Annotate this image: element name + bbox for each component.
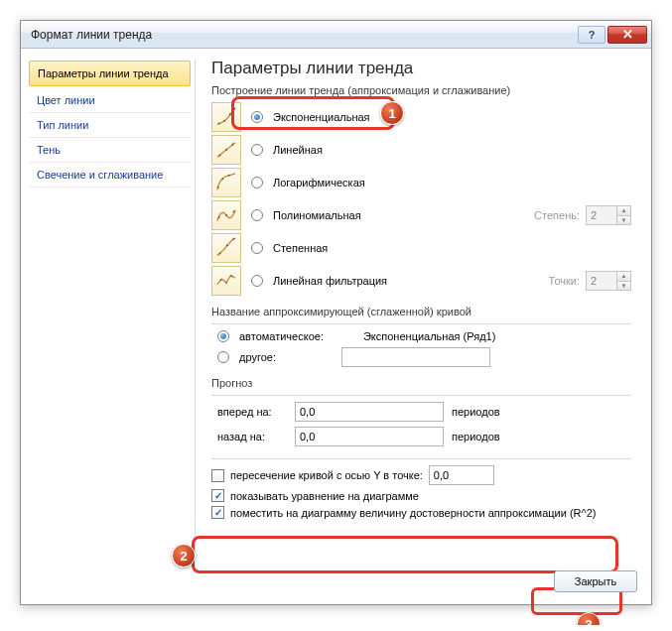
intercept-input[interactable] [429,465,494,485]
linear-icon [211,135,241,165]
radio-exponential[interactable] [251,111,263,123]
annotation-badge-2: 2 [172,544,196,568]
points-input [587,272,616,290]
window-close-button[interactable]: ✕ [607,26,647,44]
polynomial-icon [211,200,241,230]
checkbox-intercept[interactable] [211,469,224,482]
forecast-group: Прогноз вперед на: периодов назад на: пе… [211,377,631,446]
svg-point-12 [225,214,227,216]
checkbox-show-equation[interactable] [211,489,224,502]
spin-down-icon: ▼ [617,282,630,291]
name-auto-label: автоматическое: [239,330,324,342]
back-input[interactable] [295,427,444,446]
svg-point-7 [232,144,234,146]
sidebar-item-label: Тень [37,144,61,156]
sidebar-item-shadow[interactable]: Тень [29,138,191,163]
sidebar-item-label: Цвет линии [37,94,95,106]
show-r2-label: поместить на диаграмму величину достовер… [230,507,596,519]
trend-label: Линейная [273,144,323,156]
help-button[interactable]: ? [578,26,605,44]
degree-input [587,206,616,224]
forward-unit: периодов [452,406,500,418]
main-panel: Параметры линии тренда Построение линии … [196,59,639,559]
radio-power[interactable] [251,242,263,254]
degree-label: Степень: [534,209,580,221]
radio-linear[interactable] [251,144,263,156]
svg-point-2 [229,113,231,115]
svg-point-8 [217,187,219,189]
close-button[interactable]: Закрыть [554,570,637,592]
trend-power[interactable]: Степенная [211,233,631,263]
svg-point-18 [225,282,227,284]
close-button-label: Закрыть [575,575,616,587]
trend-moving-average[interactable]: Линейная фильтрация Точки: ▲▼ [211,266,631,296]
logarithmic-icon [211,168,241,197]
trend-exponential[interactable]: Экспоненциальная [211,102,631,132]
sidebar-item-label: Параметры линии тренда [38,67,169,79]
svg-point-17 [220,279,222,281]
svg-point-14 [219,253,221,255]
name-other-label: другое: [239,351,276,363]
points-label: Точки: [549,275,580,287]
page-heading: Параметры линии тренда [211,59,631,78]
radio-polynomial[interactable] [251,209,263,221]
svg-point-16 [232,238,234,240]
dialog-window: Формат линии тренда ? ✕ Параметры линии … [20,20,652,605]
name-auto-value: Экспоненциальная (Ряд1) [363,330,495,342]
spin-down-icon: ▼ [617,216,630,225]
sidebar-item-label: Свечение и сглаживание [37,169,163,181]
trend-logarithmic[interactable]: Логарифмическая [211,168,631,197]
name-group: Название аппроксимирующей (сглаженной) к… [211,306,631,367]
spin-up-icon: ▲ [617,272,630,282]
svg-point-1 [223,120,225,122]
annotation-badge-3: 3 [577,612,601,625]
radio-moving-average[interactable] [251,275,263,287]
trend-label: Линейная фильтрация [273,275,387,287]
show-equation-row: показывать уравнение на диаграмме [211,489,631,502]
svg-point-0 [218,123,220,125]
name-other-input[interactable] [341,347,490,367]
svg-point-10 [228,175,230,177]
trend-label: Полиномиальная [273,209,361,221]
sidebar-item-line-type[interactable]: Тип линии [29,113,191,138]
svg-point-6 [225,149,227,151]
sidebar-item-line-color[interactable]: Цвет линии [29,88,191,113]
points-spinner: ▲▼ [586,271,631,291]
intercept-row: пересечение кривой с осью Y в точке: [211,465,631,485]
trend-label: Логарифмическая [273,177,365,189]
svg-point-19 [231,276,233,278]
svg-point-13 [232,210,234,212]
svg-point-15 [226,244,228,246]
window-title: Формат линии тренда [31,28,576,42]
trend-polynomial[interactable]: Полиномиальная Степень: ▲▼ [211,200,631,230]
forward-label: вперед на: [217,406,287,418]
title-bar: Формат линии тренда ? ✕ [21,21,651,49]
sidebar-item-label: Тип линии [37,119,88,131]
back-label: назад на: [217,431,287,442]
annotation-badge-1: 1 [380,101,404,125]
spin-up-icon: ▲ [617,206,630,216]
svg-point-5 [219,155,221,157]
dialog-body: Параметры линии тренда Цвет линии Тип ли… [21,49,651,604]
svg-point-3 [233,108,235,110]
divider [211,458,631,459]
power-icon [211,233,241,263]
radio-name-other[interactable] [217,351,229,363]
radio-name-auto[interactable] [217,330,229,342]
checkbox-show-r2[interactable] [211,506,224,519]
degree-spinner: ▲▼ [586,205,631,225]
exponential-icon [211,102,241,132]
trend-linear[interactable]: Линейная [211,135,631,165]
svg-point-11 [218,216,220,218]
forward-input[interactable] [295,402,444,422]
sidebar-item-params[interactable]: Параметры линии тренда [29,61,191,86]
annotation-highlight-2 [192,536,618,573]
sidebar: Параметры линии тренда Цвет линии Тип ли… [29,59,196,559]
radio-logarithmic[interactable] [251,177,263,189]
trend-label: Экспоненциальная [273,111,370,123]
show-equation-label: показывать уравнение на диаграмме [230,490,419,502]
sidebar-item-glow[interactable]: Свечение и сглаживание [29,163,191,188]
back-unit: периодов [452,431,500,442]
trend-label: Степенная [273,242,328,254]
moving-average-icon [211,266,241,296]
